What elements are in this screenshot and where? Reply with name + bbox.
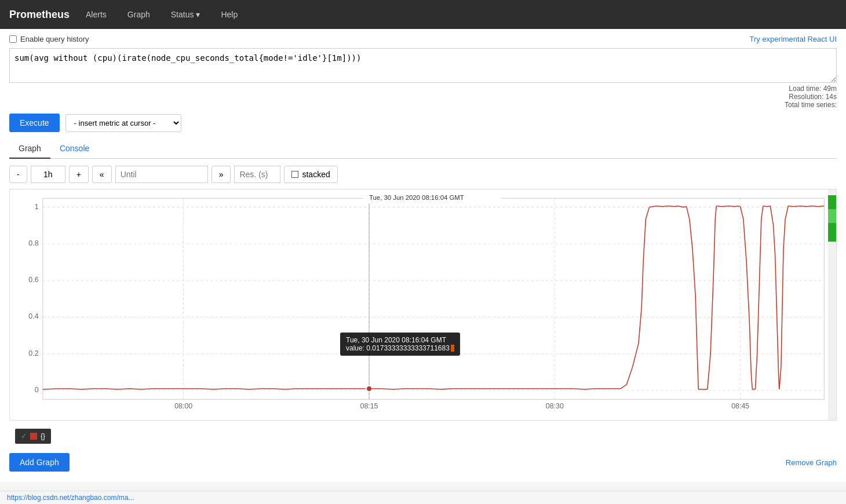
nav-help[interactable]: Help	[216, 8, 242, 21]
metric-select[interactable]: - insert metric at cursor -	[65, 114, 181, 132]
svg-text:08:30: 08:30	[546, 402, 564, 410]
legend-color-box	[30, 433, 37, 440]
query-section: sum(avg without (cpu)(irate(node_cpu_sec…	[9, 48, 837, 85]
chart-container: 1 0.8 0.6 0.4 0.2 0 08:00 08:15 08:30 08…	[9, 189, 837, 421]
tabs: Graph Console	[9, 139, 837, 159]
duration-minus-button[interactable]: -	[9, 166, 27, 183]
load-time: Load time: 49m	[9, 85, 837, 93]
svg-text:0.6: 0.6	[28, 276, 38, 284]
duration-plus-button[interactable]: +	[69, 166, 89, 183]
tab-graph[interactable]: Graph	[9, 139, 50, 159]
resolution: Resolution: 14s	[9, 93, 837, 101]
bottom-bar: Add Graph Remove Graph	[9, 448, 837, 476]
main-content: Enable query history Try experimental Re…	[0, 29, 846, 482]
svg-text:08:00: 08:00	[174, 402, 192, 410]
nav-status[interactable]: Status ▾	[166, 8, 205, 21]
until-input[interactable]	[115, 166, 208, 183]
chart-svg: 1 0.8 0.6 0.4 0.2 0 08:00 08:15 08:30 08…	[10, 189, 836, 420]
svg-text:0: 0	[35, 386, 39, 394]
nav-graph[interactable]: Graph	[123, 8, 155, 21]
query-textarea[interactable]: sum(avg without (cpu)(irate(node_cpu_sec…	[9, 48, 837, 83]
res-input[interactable]	[234, 166, 280, 183]
svg-text:Tue, 30 Jun 2020 08:16:04 GMT: Tue, 30 Jun 2020 08:16:04 GMT	[369, 194, 464, 201]
query-info: Load time: 49m Resolution: 14s Total tim…	[9, 85, 837, 109]
navbar-brand: Prometheus	[9, 9, 70, 21]
navbar: Prometheus Alerts Graph Status ▾ Help	[0, 0, 846, 29]
svg-text:0.8: 0.8	[28, 239, 38, 247]
duration-input[interactable]	[31, 166, 65, 183]
legend-label: {}	[41, 432, 45, 440]
svg-text:08:45: 08:45	[731, 402, 749, 410]
enable-history-label: Enable query history	[20, 35, 89, 43]
enable-history-checkbox[interactable]	[9, 35, 17, 43]
time-forward-button[interactable]: »	[212, 166, 231, 183]
chevron-down-icon: ▾	[196, 10, 200, 19]
chart-legend: ✓ {}	[15, 429, 51, 444]
enable-history-row: Enable query history	[9, 35, 89, 43]
stacked-button[interactable]: stacked	[284, 166, 337, 183]
total-time-series: Total time series:	[9, 101, 837, 109]
chart-scrollbar-thumb[interactable]	[828, 195, 836, 242]
top-bar: Enable query history Try experimental Re…	[9, 35, 837, 43]
svg-text:0.4: 0.4	[28, 313, 38, 321]
legend-check-icon: ✓	[21, 432, 27, 440]
execute-row: Execute - insert metric at cursor -	[9, 114, 837, 132]
remove-graph-link[interactable]: Remove Graph	[786, 458, 837, 467]
svg-text:1: 1	[35, 203, 39, 211]
add-graph-button[interactable]: Add Graph	[9, 453, 70, 472]
chart-scrollbar[interactable]	[828, 189, 836, 420]
stacked-icon	[291, 171, 298, 178]
svg-text:08:15: 08:15	[360, 402, 378, 410]
try-react-link[interactable]: Try experimental React UI	[749, 35, 837, 43]
svg-text:0.2: 0.2	[28, 349, 38, 357]
time-back-button[interactable]: «	[92, 166, 112, 183]
graph-controls: - + « » stacked	[9, 166, 837, 183]
execute-button[interactable]: Execute	[9, 114, 60, 132]
tab-console[interactable]: Console	[50, 139, 99, 159]
nav-alerts[interactable]: Alerts	[81, 8, 111, 21]
